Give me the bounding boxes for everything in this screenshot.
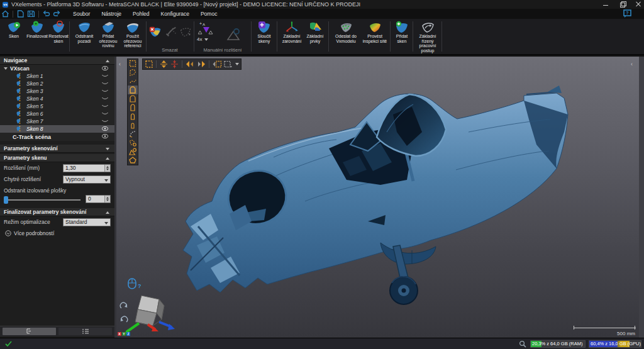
tree-view-button[interactable] — [3, 328, 56, 335]
menu-nastroje[interactable]: Nástroje — [96, 9, 127, 19]
more-details-toggle[interactable]: Více podrobností — [0, 228, 116, 239]
basic-entities-button[interactable]: Základní prvky — [304, 21, 326, 43]
resolution-multiplier-dropdown[interactable]: 4x — [197, 36, 208, 42]
smart-resolution-dropdown[interactable]: Vypnout — [63, 175, 111, 184]
reset-scan-button[interactable]: Resetovat sken — [49, 21, 68, 43]
isolated-patches-input[interactable] — [86, 196, 101, 202]
isolated-patches-spinbox[interactable] — [86, 195, 111, 203]
select-freecurve-tool[interactable] — [128, 77, 138, 86]
tree-node-sken3[interactable]: Sken 3 — [0, 87, 114, 95]
expander-icon[interactable] — [4, 67, 8, 70]
resolution-region-icon[interactable] — [226, 28, 241, 42]
resolution-increase-icon[interactable]: +A — [198, 21, 214, 36]
next-selection-icon[interactable] — [196, 60, 206, 69]
new-project-icon[interactable] — [16, 10, 25, 18]
home-icon[interactable] — [1, 10, 9, 18]
shrink-selection-icon[interactable] — [170, 60, 179, 69]
spinner-arrows[interactable] — [104, 165, 110, 172]
restore-button[interactable] — [619, 1, 625, 8]
tree-node-sken5[interactable]: Sken 5 — [0, 102, 114, 110]
remove-background-button[interactable]: Odstranit pozadí — [73, 21, 96, 43]
tree-node-sken8-selected[interactable]: Sken 8 — [0, 125, 114, 133]
menu-pomoc[interactable]: Pomoc — [195, 9, 223, 19]
menu-pohled[interactable]: Pohled — [127, 9, 155, 19]
finalize-button[interactable]: Finalizovat — [26, 21, 48, 39]
scan-button[interactable]: Sken — [4, 21, 24, 39]
orientation-cube[interactable] — [123, 294, 182, 337]
select-brush-tool-2[interactable] — [128, 94, 138, 103]
resolution-input[interactable] — [65, 165, 101, 171]
visibility-eye-closed-icon[interactable] — [102, 104, 108, 108]
delete-isolated-patches-icon[interactable] — [179, 25, 192, 38]
mouse-help-icon[interactable]: ? — [128, 278, 142, 291]
scene-tree: VXscan Sken 1 Sken 2 Sken 3 Sken 4 — [0, 65, 114, 141]
select-blob-circle-tool[interactable] — [128, 138, 138, 147]
visibility-eye-closed-icon[interactable] — [102, 96, 108, 101]
visibility-eye-closed-icon[interactable] — [102, 119, 108, 123]
finalize-parameters-header[interactable]: Finalizovat parametry skenování — [0, 208, 114, 216]
mesh-inspection-button[interactable]: Provést inspekci sítě — [361, 21, 389, 43]
3d-viewport[interactable]: ‹ ‹ — [116, 57, 639, 338]
tree-node-ctrack[interactable]: C-Track scéna — [0, 133, 114, 141]
resolution-spinbox[interactable] — [63, 164, 111, 172]
previous-selection-icon[interactable] — [185, 60, 195, 69]
tree-node-sken2[interactable]: Sken 2 — [0, 80, 114, 87]
tree-node-vxscan[interactable]: VXscan — [0, 65, 114, 72]
aircraft-scan-model[interactable] — [116, 57, 639, 338]
feedback-bubble-icon[interactable]: ? — [623, 9, 631, 18]
slider-handle[interactable] — [4, 196, 8, 204]
visibility-eye-closed-icon[interactable] — [102, 74, 108, 78]
left-panel-collapse-chevron[interactable]: ‹ — [119, 62, 121, 67]
delete-scan-icon[interactable] — [148, 25, 162, 38]
memory-zoom-icon[interactable] — [519, 340, 526, 348]
select-arc-tool[interactable] — [128, 130, 138, 138]
tree-node-sken7[interactable]: Sken 7 — [0, 118, 114, 125]
spinner-arrows[interactable] — [104, 196, 110, 202]
apply-to-view-icon[interactable] — [212, 60, 222, 69]
right-collapse-strip[interactable] — [639, 57, 644, 338]
close-button[interactable] — [635, 1, 641, 8]
visibility-eye-icon[interactable] — [102, 66, 108, 70]
visibility-eye-closed-icon[interactable] — [102, 111, 108, 116]
use-clipping-reference-button[interactable]: Použít ořezovou referenci — [121, 21, 145, 48]
select-brush-small-tool[interactable] — [128, 121, 138, 130]
menu-konfigurace[interactable]: Konfigurace — [155, 9, 195, 19]
minimize-button[interactable] — [602, 1, 609, 8]
selection-options-icon[interactable] — [223, 60, 233, 69]
menu-soubor[interactable]: Soubor — [67, 9, 96, 19]
guided-workflow-button[interactable]: Základní řízený pracovní postup — [415, 21, 440, 53]
visibility-eye-icon[interactable] — [102, 134, 108, 138]
toolbar-dropdown-caret[interactable] — [235, 63, 239, 65]
scan-param-header[interactable]: Parametry skenu — [0, 154, 114, 162]
list-view-button[interactable] — [58, 328, 112, 335]
select-brush-tool-active[interactable] — [128, 86, 138, 94]
select-lasso-tool[interactable] — [128, 68, 138, 77]
visibility-eye-closed-icon[interactable] — [102, 81, 108, 86]
visibility-eye-closed-icon[interactable] — [102, 89, 108, 93]
save-icon[interactable] — [27, 10, 35, 18]
delete-selection-icon[interactable] — [164, 25, 178, 38]
send-to-vxmodel-button[interactable]: Odeslat do Vxmodelu — [332, 21, 360, 43]
add-clipping-plane-button[interactable]: Přidat ořezovou rovinu — [97, 21, 119, 48]
select-polygon-tool[interactable] — [128, 156, 138, 165]
undo-icon[interactable] — [42, 10, 50, 18]
scan-parameters-header[interactable]: Parametry skenování — [0, 145, 114, 153]
select-brush-tool-4[interactable] — [128, 112, 138, 121]
expand-selection-icon[interactable] — [159, 60, 169, 69]
navigation-header[interactable]: Navigace — [0, 57, 114, 65]
right-panel-collapse-chevron[interactable]: ‹ — [631, 62, 633, 67]
tree-node-sken6[interactable]: Sken 6 — [0, 110, 114, 118]
add-scan-button[interactable]: Přidat sken — [392, 21, 411, 43]
tree-node-sken4[interactable]: Sken 4 — [0, 95, 114, 102]
merge-scans-button[interactable]: Sloučit skeny — [253, 21, 275, 43]
select-triangle-circle-tool[interactable] — [128, 147, 138, 156]
optimization-dropdown[interactable]: Standard — [63, 218, 111, 226]
visibility-eye-icon[interactable] — [102, 126, 108, 131]
basic-alignment-button[interactable]: Základní zarovnání — [280, 21, 303, 43]
select-brush-tool-3[interactable] — [128, 103, 138, 112]
select-rectangle-tool[interactable] — [128, 59, 138, 68]
slider-track[interactable] — [5, 199, 80, 201]
redo-icon[interactable] — [53, 10, 61, 18]
selection-mode-icon[interactable] — [145, 60, 153, 69]
tree-node-sken1[interactable]: Sken 1 — [0, 72, 114, 80]
